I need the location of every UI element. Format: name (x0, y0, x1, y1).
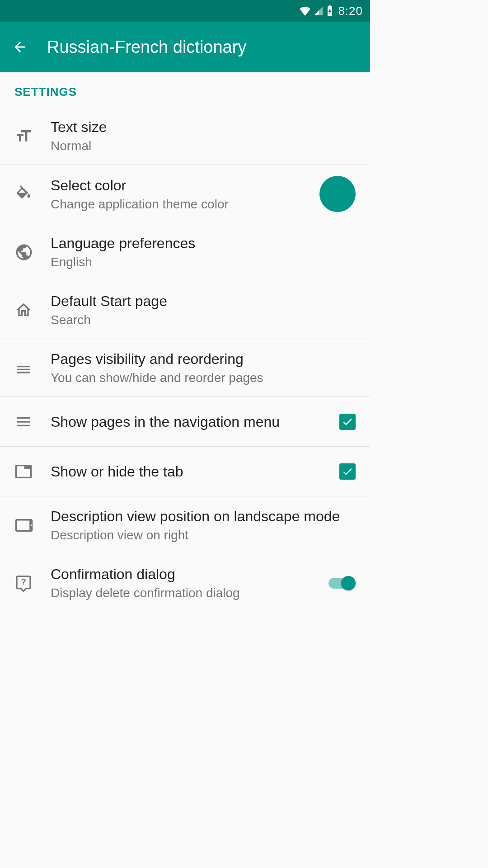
setting-title: Show or hide the tab (51, 462, 334, 481)
setting-title: Select color (51, 176, 314, 194)
setting-show-hide-tab[interactable]: Show or hide the tab (0, 447, 370, 496)
home-icon (14, 301, 51, 319)
menu-icon (14, 413, 51, 431)
setting-title: Confirmation dialog (51, 565, 323, 583)
setting-title: Language preferences (51, 234, 350, 252)
setting-subtitle: Display delete confirmation dialog (51, 585, 323, 601)
setting-confirmation-dialog[interactable]: ? Confirmation dialog Display delete con… (0, 554, 370, 612)
landscape-icon (14, 516, 51, 535)
setting-title: Show pages in the navigation menu (51, 413, 334, 431)
setting-show-pages-nav[interactable]: Show pages in the navigation menu (0, 397, 370, 447)
text-size-icon (14, 127, 51, 145)
paint-bucket-icon (14, 185, 51, 203)
back-button[interactable] (7, 34, 33, 60)
app-title: Russian-French dictionary (47, 38, 246, 57)
setting-title: Text size (51, 118, 350, 136)
status-bar: 8:20 (0, 0, 370, 22)
setting-subtitle: Change application theme color (51, 196, 314, 212)
settings-list: Text size Normal Select color Change app… (0, 107, 370, 612)
help-dialog-icon: ? (14, 574, 51, 592)
app-bar: Russian-French dictionary (0, 22, 370, 72)
section-header-settings: SETTINGS (0, 72, 370, 107)
svg-rect-1 (329, 5, 331, 7)
theme-color-swatch[interactable] (319, 176, 356, 212)
setting-pages-visibility[interactable]: Pages visibility and reordering You can … (0, 339, 370, 397)
switch-confirmation-dialog[interactable] (328, 576, 356, 590)
tab-icon (14, 462, 51, 481)
checkbox-show-hide-tab[interactable] (339, 463, 356, 480)
setting-title: Description view position on landscape m… (51, 507, 350, 525)
setting-subtitle: Normal (51, 138, 350, 154)
setting-language-preferences[interactable]: Language preferences English (0, 223, 370, 281)
status-time: 8:20 (338, 4, 363, 18)
setting-title: Pages visibility and reordering (51, 350, 350, 368)
setting-subtitle: Search (51, 312, 350, 328)
checkbox-show-pages-nav[interactable] (339, 414, 356, 430)
setting-title: Default Start page (51, 292, 350, 310)
cellular-icon (314, 6, 324, 16)
globe-icon (14, 243, 51, 262)
setting-text-size[interactable]: Text size Normal (0, 107, 370, 165)
wifi-icon (299, 6, 311, 16)
setting-subtitle: English (51, 254, 350, 270)
setting-default-start-page[interactable]: Default Start page Search (0, 281, 370, 339)
setting-subtitle: Description view on right (51, 527, 350, 543)
setting-select-color[interactable]: Select color Change application theme co… (0, 165, 370, 223)
setting-description-view-position[interactable]: Description view position on landscape m… (0, 496, 370, 554)
battery-charging-icon (326, 5, 333, 16)
svg-text:?: ? (21, 577, 26, 586)
reorder-icon (14, 359, 51, 377)
setting-subtitle: You can show/hide and reorder pages (51, 370, 350, 386)
